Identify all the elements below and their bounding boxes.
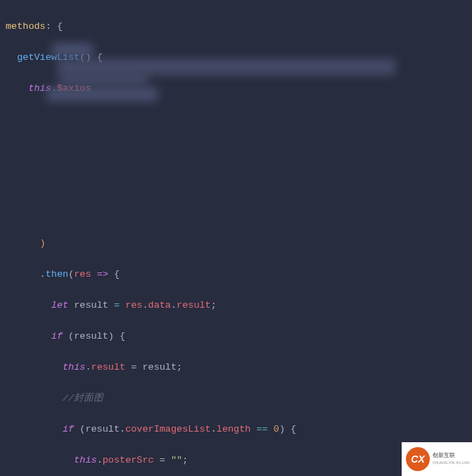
watermark-logo: CX 创新互联 CHUANG XIN HU LIAN [402, 442, 472, 476]
logo-text: 创新互联 CHUANG XIN HU LIAN [433, 452, 470, 466]
code-line [6, 205, 472, 220]
redacted-region [58, 59, 395, 75]
code-line: ) [6, 236, 472, 251]
code-line: if (result.coverImagesList.length == 0) … [6, 422, 472, 437]
redacted-region [59, 75, 148, 84]
code-line: methods: { [6, 19, 472, 35]
code-line: let result = res.data.result; [6, 298, 472, 313]
redacted-region [52, 44, 93, 56]
code-editor[interactable]: methods: { getViewList() { this.$axios )… [0, 0, 472, 476]
code-line: this.result = result; [6, 360, 472, 375]
code-line [6, 112, 472, 127]
code-line [6, 143, 472, 158]
code-line: if (result) { [6, 329, 472, 344]
redacted-region [46, 87, 158, 101]
logo-icon: CX [406, 447, 430, 471]
code-line: .then(res => { [6, 267, 472, 282]
code-line: //封面图 [6, 391, 472, 406]
code-line [6, 174, 472, 189]
